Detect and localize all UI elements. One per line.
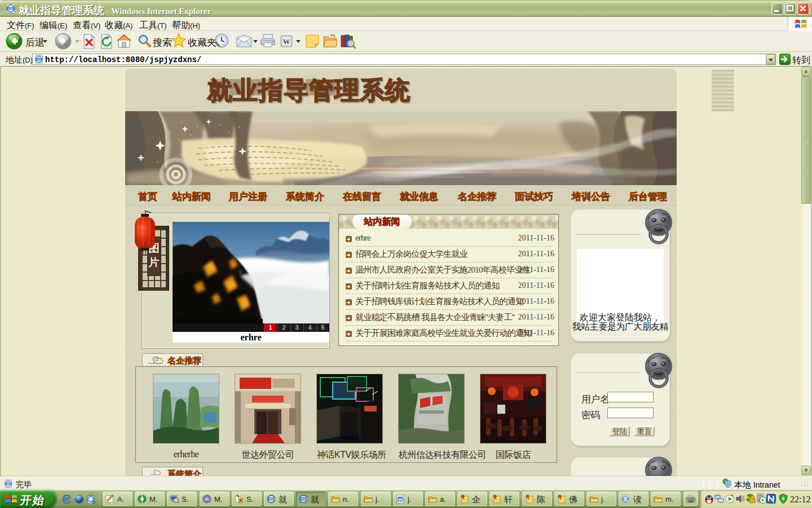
svg-text:W: W [283,37,290,46]
